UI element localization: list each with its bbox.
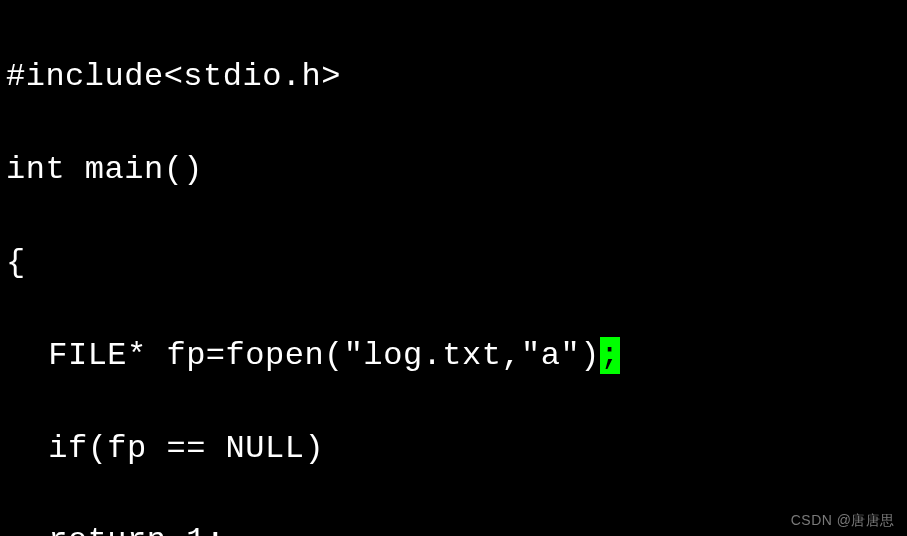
code-line-3: { [6,240,901,286]
cursor: ; [600,337,620,374]
code-editor[interactable]: #include<stdio.h> int main() { FILE* fp=… [6,8,901,536]
code-line-5: if(fp == NULL) [6,426,901,472]
code-line-4: FILE* fp=fopen("log.txt,"a"); [6,333,901,379]
code-line-6: return 1; [6,518,901,536]
watermark: CSDN @唐唐思 [791,510,895,530]
code-line-1: #include<stdio.h> [6,54,901,100]
code-line-2: int main() [6,147,901,193]
code-line-4-text: FILE* fp=fopen("log.txt,"a") [48,337,600,374]
